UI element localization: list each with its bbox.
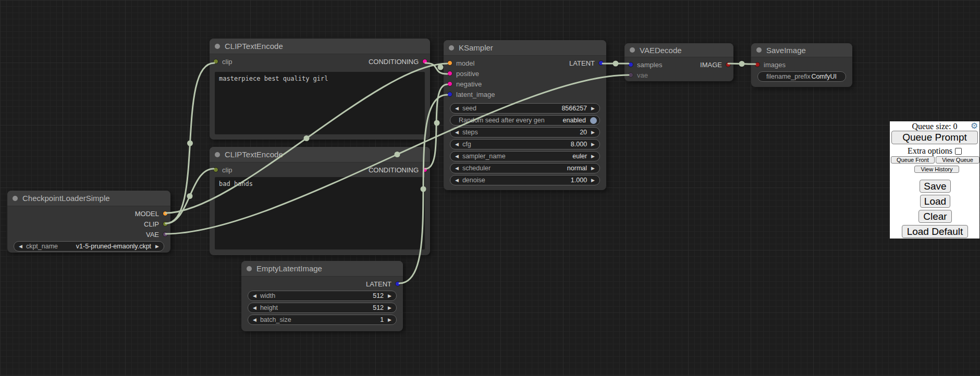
load-default-button[interactable]: Load Default — [902, 225, 968, 238]
model-output-port[interactable] — [163, 211, 168, 216]
queue-prompt-button[interactable]: Queue Prompt — [891, 131, 978, 144]
clear-button[interactable]: Clear — [918, 210, 952, 223]
height-widget[interactable]: ◀ height 512 ▶ — [248, 303, 397, 313]
save-button[interactable]: Save — [920, 180, 951, 193]
increment-icon[interactable]: ▶ — [155, 244, 159, 249]
collapse-dot-icon[interactable] — [449, 45, 454, 51]
positive-input-port[interactable] — [447, 71, 452, 76]
node-clip-text-encode-negative[interactable]: CLIPTextEncode clip CONDITIONING bad han… — [210, 147, 430, 255]
widget-label: batch_size — [260, 316, 291, 323]
queue-size-label: Queue size: 0 — [890, 122, 979, 131]
node-title-bar[interactable]: EmptyLatentImage — [241, 261, 403, 277]
node-title: KSampler — [459, 43, 493, 52]
samples-input-port[interactable] — [628, 62, 633, 67]
negative-prompt-textarea[interactable]: bad hands — [215, 177, 425, 249]
decrement-icon[interactable]: ◀ — [455, 130, 459, 135]
conditioning-output-port[interactable] — [422, 59, 427, 64]
link-midpoint-dot — [187, 141, 193, 146]
decrement-icon[interactable]: ◀ — [455, 166, 459, 171]
conditioning-output-port[interactable] — [422, 167, 427, 172]
scheduler-widget[interactable]: ◀ scheduler normal ▶ — [450, 163, 600, 173]
increment-icon[interactable]: ▶ — [591, 142, 595, 147]
toggle-enabled-icon[interactable] — [590, 117, 597, 124]
output-label: CONDITIONING — [369, 58, 419, 66]
output-label: LATENT — [366, 280, 391, 288]
collapse-dot-icon[interactable] — [630, 47, 635, 53]
widget-label: ckpt_name — [26, 243, 58, 250]
increment-icon[interactable]: ▶ — [388, 318, 391, 322]
collapse-dot-icon[interactable] — [247, 266, 252, 271]
decrement-icon[interactable]: ◀ — [455, 142, 459, 147]
decrement-icon[interactable]: ◀ — [455, 178, 459, 183]
settings-gear-icon[interactable]: ⚙ — [971, 121, 978, 131]
node-title-bar[interactable]: KSampler — [444, 40, 606, 56]
node-save-image[interactable]: SaveImage images filename_prefix ComfyUI — [751, 43, 852, 87]
latent-image-input-port[interactable] — [447, 92, 452, 97]
decrement-icon[interactable]: ◀ — [19, 244, 22, 249]
extra-options-checkbox[interactable] — [955, 148, 962, 155]
negative-input-port[interactable] — [447, 81, 452, 86]
collapse-dot-icon[interactable] — [756, 47, 762, 53]
node-title-bar[interactable]: VAEDecode — [624, 43, 733, 57]
increment-icon[interactable]: ▶ — [591, 106, 595, 111]
widget-label: width — [260, 292, 275, 299]
queue-front-button[interactable]: Queue Front — [891, 156, 935, 164]
decrement-icon[interactable]: ◀ — [455, 154, 459, 159]
view-history-button[interactable]: View History — [914, 166, 959, 173]
widget-label: filename_prefix — [766, 73, 811, 80]
decrement-icon[interactable]: ◀ — [253, 294, 256, 298]
output-label: MODEL — [135, 210, 159, 218]
widget-value: 1 — [380, 316, 384, 323]
view-queue-button[interactable]: View Queue — [936, 156, 979, 164]
node-title-bar[interactable]: CLIPTextEncode — [210, 39, 430, 54]
node-title-bar[interactable]: SaveImage — [751, 43, 852, 57]
images-input-port[interactable] — [755, 62, 760, 67]
extra-options-label: Extra options — [908, 146, 952, 155]
filename-prefix-widget[interactable]: filename_prefix ComfyUI — [757, 71, 846, 82]
link-midpoint-dot — [613, 61, 619, 67]
positive-prompt-textarea[interactable]: masterpiece best quality girl — [215, 72, 425, 134]
load-button[interactable]: Load — [920, 195, 950, 208]
width-widget[interactable]: ◀ width 512 ▶ — [248, 291, 397, 301]
increment-icon[interactable]: ▶ — [388, 306, 391, 310]
vae-output-port[interactable] — [163, 232, 168, 237]
latent-output-port[interactable] — [395, 281, 400, 286]
batch-size-widget[interactable]: ◀ batch_size 1 ▶ — [248, 315, 397, 325]
increment-icon[interactable]: ▶ — [591, 166, 595, 171]
denoise-widget[interactable]: ◀ denoise 1.000 ▶ — [450, 175, 600, 185]
collapse-dot-icon[interactable] — [13, 196, 18, 201]
increment-icon[interactable]: ▶ — [388, 294, 391, 298]
node-clip-text-encode-positive[interactable]: CLIPTextEncode clip CONDITIONING masterp… — [210, 39, 430, 140]
vae-input-port[interactable] — [628, 72, 633, 78]
node-title-bar[interactable]: CheckpointLoaderSimple — [7, 191, 170, 206]
clip-input-port[interactable] — [213, 59, 218, 64]
node-checkpoint-loader-simple[interactable]: CheckpointLoaderSimple MODEL CLIP VAE ◀ … — [7, 191, 170, 253]
random-seed-toggle-widget[interactable]: Random seed after every gen enabled — [450, 115, 600, 126]
increment-icon[interactable]: ▶ — [591, 130, 595, 135]
ckpt-name-widget[interactable]: ◀ ckpt_name v1-5-pruned-emaonly.ckpt ▶ — [14, 241, 164, 252]
node-empty-latent-image[interactable]: EmptyLatentImage LATENT ◀ width 512 ▶ ◀ … — [241, 261, 403, 331]
increment-icon[interactable]: ▶ — [591, 154, 595, 159]
decrement-icon[interactable]: ◀ — [455, 106, 459, 111]
collapse-dot-icon[interactable] — [215, 44, 220, 49]
decrement-icon[interactable]: ◀ — [253, 306, 256, 310]
steps-widget[interactable]: ◀ steps 20 ▶ — [450, 127, 600, 137]
image-output-port[interactable] — [726, 62, 731, 67]
model-input-port[interactable] — [447, 60, 452, 66]
clip-input-port[interactable] — [213, 167, 218, 172]
node-ksampler[interactable]: KSampler model LATENT positive negative … — [444, 40, 606, 190]
node-vae-decode[interactable]: VAEDecode samples IMAGE vae — [624, 43, 733, 81]
collapse-dot-icon[interactable] — [215, 152, 220, 157]
sampler-name-widget[interactable]: ◀ sampler_name euler ▶ — [450, 151, 600, 161]
node-title-bar[interactable]: CLIPTextEncode — [210, 147, 430, 162]
seed-widget[interactable]: ◀ seed 8566257 ▶ — [450, 103, 600, 114]
latent-output-port[interactable] — [598, 60, 604, 66]
input-label: negative — [456, 80, 482, 88]
cfg-widget[interactable]: ◀ cfg 8.000 ▶ — [450, 139, 600, 149]
link-clip-to-positive-encode — [166, 63, 214, 223]
clip-output-port[interactable] — [163, 221, 168, 227]
widget-value: v1-5-pruned-emaonly.ckpt — [76, 243, 151, 250]
increment-icon[interactable]: ▶ — [591, 178, 595, 183]
widget-value: enabled — [563, 117, 586, 124]
decrement-icon[interactable]: ◀ — [253, 318, 256, 322]
